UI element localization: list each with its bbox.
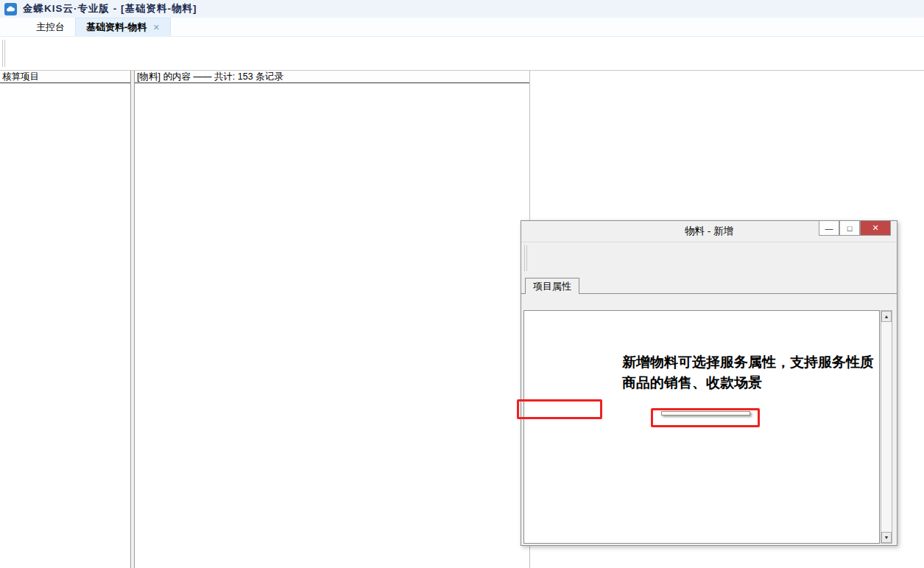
tab-bar: 主控台 基础资料-物料 × (0, 18, 924, 37)
scroll-down-icon[interactable]: ▼ (881, 532, 892, 543)
window-titlebar: 金蝶KIS云·专业版 - [基础资料-物料] (0, 0, 924, 18)
dialog-tabstrip: 项目属性 (521, 274, 897, 294)
table-header-row (135, 83, 529, 96)
tab-basic-data-material[interactable]: 基础资料-物料 × (75, 18, 171, 36)
tab-main-console[interactable]: 主控台 (26, 18, 75, 36)
window-title: 金蝶KIS云·专业版 - [基础资料-物料] (23, 2, 197, 15)
annotation-line-2: 商品的销售、收款场景 (622, 373, 874, 393)
dialog-toolbar (521, 242, 897, 274)
close-button[interactable]: ✕ (860, 221, 891, 236)
dialog-scrollbar[interactable]: ▲ ▼ (881, 310, 892, 544)
cloud-icon (4, 3, 17, 15)
maximize-button[interactable]: □ (839, 221, 860, 236)
tab-label: 基础资料-物料 (86, 21, 147, 34)
tab-item-properties[interactable]: 项目属性 (525, 278, 579, 294)
toolbar-grip (2, 40, 5, 67)
highlight-box-material-attribute (517, 399, 602, 419)
toolbar (0, 37, 924, 71)
material-table-panel: [物料] 的内容 —— 共计: 153 条记录 (135, 71, 530, 568)
sidebar-caption: 核算项目 (0, 71, 130, 83)
table-caption: [物料] 的内容 —— 共计: 153 条记录 (135, 71, 529, 83)
annotation-text: 新增物料可选择服务属性，支持服务性质 商品的销售、收款场景 (622, 352, 874, 393)
highlight-box-service-option (651, 408, 760, 427)
tab-close-icon[interactable]: × (153, 21, 159, 33)
tab-label: 主控台 (36, 21, 65, 34)
scroll-up-icon[interactable]: ▲ (881, 311, 892, 322)
minimize-button[interactable]: — (819, 221, 839, 236)
dialog-titlebar[interactable]: 物料 - 新增 — □ ✕ (521, 221, 897, 242)
sidebar-panel: 核算项目 (0, 71, 130, 568)
annotation-line-1: 新增物料可选择服务属性，支持服务性质 (622, 352, 874, 373)
dialog-toolbar-grip (524, 245, 527, 271)
accounting-items-tree (0, 83, 130, 88)
